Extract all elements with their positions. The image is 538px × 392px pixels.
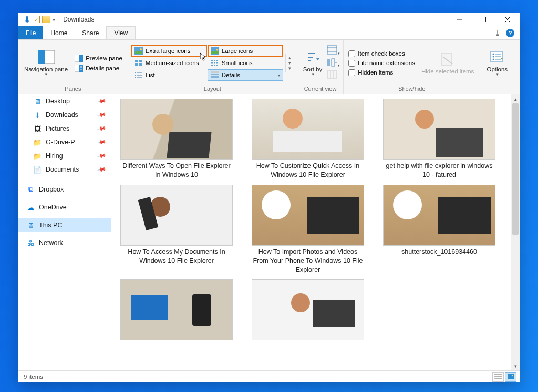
file-item[interactable]: Different Ways To Open File Explorer In … xyxy=(119,99,234,179)
minimize-ribbon-icon[interactable]: ⤓ xyxy=(494,29,501,37)
svg-point-32 xyxy=(135,72,136,73)
svg-point-34 xyxy=(135,75,136,76)
thumbnail xyxy=(120,279,233,340)
file-list[interactable]: Different Ways To Open File Explorer In … xyxy=(111,94,520,346)
group-label-current-view: Current view xyxy=(301,84,340,94)
pin-icon: 📌 xyxy=(97,165,107,175)
vertical-scrollbar[interactable]: ▴ ▾ xyxy=(511,94,520,370)
scrollbar-thumb[interactable] xyxy=(512,103,519,235)
ribbon-tabs: File Home Share View ⤓ ? xyxy=(18,26,520,39)
navigation-pane-button[interactable]: Navigation pane▾ xyxy=(22,42,70,84)
dropdown-icon[interactable]: ▾ xyxy=(275,73,280,78)
checkbox-icon[interactable]: ✓ xyxy=(33,16,40,23)
layout-extra-large-icons[interactable]: Extra large icons xyxy=(131,45,207,57)
svg-rect-29 xyxy=(211,65,213,66)
svg-point-58 xyxy=(493,56,494,57)
svg-rect-17 xyxy=(211,51,219,54)
ribbon: Navigation pane▾ Preview pane Details pa… xyxy=(18,39,520,94)
file-explorer-window: ⬇ ✓ ▾ | Downloads File Home Share View ⤓… xyxy=(18,13,520,382)
svg-rect-30 xyxy=(214,65,215,66)
add-columns-button[interactable]: ▾ xyxy=(327,58,340,69)
svg-rect-14 xyxy=(135,51,142,54)
maximize-button[interactable] xyxy=(471,13,495,26)
thumbnails-view-button[interactable] xyxy=(505,372,516,382)
sort-by-button[interactable]: Sort by▾ xyxy=(301,48,325,78)
thumbnail xyxy=(252,99,364,160)
nav-hiring[interactable]: 📁Hiring📌 xyxy=(18,149,111,163)
svg-rect-48 xyxy=(327,59,330,66)
thumbnail xyxy=(120,185,233,246)
nav-documents[interactable]: 📄Documents📌 xyxy=(18,163,111,176)
nav-dropbox[interactable]: ⧉Dropbox xyxy=(18,183,111,196)
separator: | xyxy=(57,16,59,23)
layout-scroll-down[interactable]: ▾ xyxy=(286,60,294,66)
size-columns-button[interactable] xyxy=(327,70,340,81)
nav-gdrive[interactable]: 📁G-Drive-P📌 xyxy=(18,135,111,149)
file-item[interactable] xyxy=(250,279,366,342)
item-count: 9 items xyxy=(24,374,43,380)
tab-share[interactable]: Share xyxy=(75,26,106,39)
nav-desktop[interactable]: 🖥Desktop📌 xyxy=(18,94,111,108)
svg-rect-21 xyxy=(135,63,138,66)
nav-onedrive[interactable]: ☁OneDrive xyxy=(18,200,111,214)
tab-file[interactable]: File xyxy=(18,26,43,39)
details-view-button[interactable] xyxy=(492,372,504,382)
svg-rect-38 xyxy=(211,71,219,73)
arrow-down-icon[interactable]: ⬇ xyxy=(24,15,30,25)
svg-rect-24 xyxy=(214,60,215,61)
svg-rect-7 xyxy=(79,55,83,62)
layout-gallery: Extra large icons Large icons Medium-siz… xyxy=(131,45,283,81)
details-pane-button[interactable]: Details pane xyxy=(73,63,125,73)
file-item[interactable] xyxy=(119,279,234,342)
svg-point-18 xyxy=(216,49,218,50)
layout-large-icons[interactable]: Large icons xyxy=(208,45,283,57)
scroll-up-button[interactable]: ▴ xyxy=(511,94,520,103)
svg-rect-27 xyxy=(214,62,215,64)
layout-scroll-up[interactable]: ▴ xyxy=(286,55,294,60)
close-button[interactable] xyxy=(495,13,520,26)
layout-details[interactable]: Details ▾ xyxy=(208,69,283,81)
file-name-extensions-checkbox[interactable]: File name extensions xyxy=(347,59,417,68)
svg-rect-49 xyxy=(332,59,335,66)
hidden-items-checkbox[interactable]: Hidden items xyxy=(347,68,417,77)
file-item[interactable]: How To Customize Quick Access In Windows… xyxy=(250,99,366,179)
svg-point-15 xyxy=(140,48,142,50)
file-item[interactable]: shutterstock_1016934460 xyxy=(381,185,497,274)
svg-point-66 xyxy=(512,375,513,376)
svg-rect-26 xyxy=(211,62,213,64)
thumbnail xyxy=(252,279,364,340)
file-item[interactable]: How To Import Photos and Videos From You… xyxy=(250,185,366,274)
nav-pictures[interactable]: 🖼Pictures📌 xyxy=(18,122,111,135)
file-item[interactable]: How To Access My Documents In Windows 10… xyxy=(119,185,234,274)
navigation-pane: 🖥Desktop📌 ⬇Downloads📌 🖼Pictures📌 📁G-Driv… xyxy=(18,94,111,370)
nav-network[interactable]: 🖧Network xyxy=(18,236,111,250)
layout-medium-icons[interactable]: Medium-sized icons xyxy=(131,57,207,69)
group-label-show-hide: Show/hide xyxy=(347,84,477,94)
qat-dropdown-icon[interactable]: ▾ xyxy=(53,17,55,23)
tab-home[interactable]: Home xyxy=(43,26,75,39)
scroll-down-button[interactable]: ▾ xyxy=(511,362,520,370)
layout-small-icons[interactable]: Small icons xyxy=(208,57,283,69)
thumbnail xyxy=(383,99,495,160)
help-icon[interactable]: ? xyxy=(506,29,514,37)
svg-rect-31 xyxy=(216,65,218,66)
svg-rect-45 xyxy=(327,46,337,54)
nav-downloads[interactable]: ⬇Downloads📌 xyxy=(18,108,111,122)
svg-rect-28 xyxy=(216,62,218,64)
window-title: Downloads xyxy=(63,16,94,23)
nav-this-pc[interactable]: 🖥This PC xyxy=(18,218,111,232)
pin-icon: 📌 xyxy=(97,97,107,107)
file-item[interactable]: get help with file explorer in windows 1… xyxy=(381,99,497,179)
tab-view[interactable]: View xyxy=(106,26,136,39)
minimize-button[interactable] xyxy=(447,13,471,26)
titlebar: ⬇ ✓ ▾ | Downloads xyxy=(18,13,520,26)
pin-icon: 📌 xyxy=(97,110,107,120)
preview-pane-button[interactable]: Preview pane xyxy=(73,54,125,63)
hide-selected-items-button[interactable]: Hide selected items xyxy=(419,42,477,84)
svg-rect-19 xyxy=(135,60,138,62)
layout-expand[interactable]: ▾ xyxy=(286,66,294,71)
layout-list[interactable]: List xyxy=(131,69,207,81)
options-button[interactable]: Options▾ xyxy=(483,42,511,84)
item-check-boxes-checkbox[interactable]: Item check boxes xyxy=(347,49,417,58)
group-by-button[interactable]: ▾ xyxy=(327,45,340,57)
